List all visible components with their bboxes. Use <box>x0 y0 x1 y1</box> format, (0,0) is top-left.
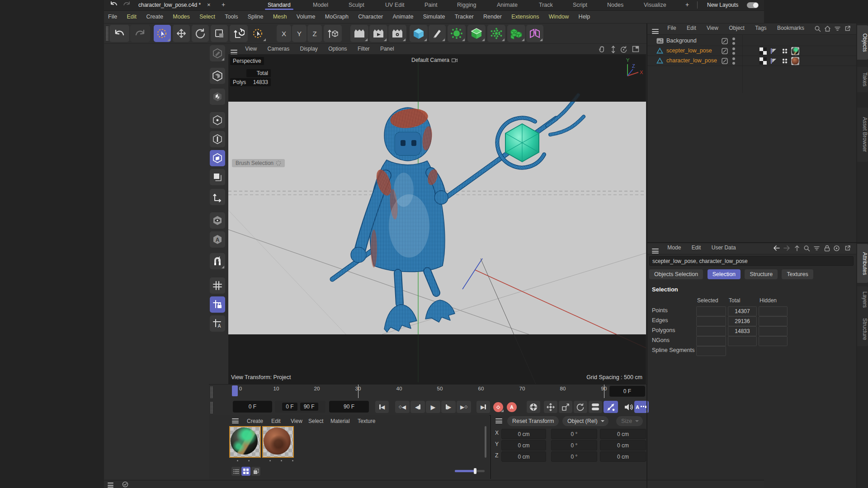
forward-arrow-icon[interactable] <box>783 245 790 253</box>
subdivision-surface-button[interactable] <box>467 25 486 42</box>
rotate-camera-icon[interactable] <box>620 46 627 55</box>
coordinate-hamburger-icon[interactable] <box>495 418 502 423</box>
grid-view-button[interactable] <box>241 467 250 476</box>
compact-view-button[interactable] <box>251 467 260 476</box>
points-mode-button[interactable] <box>210 112 225 128</box>
uv-mode-button[interactable] <box>210 169 225 185</box>
volume-builder-button[interactable] <box>507 25 525 42</box>
menu-modes[interactable]: Modes <box>169 11 194 20</box>
position-x-field[interactable]: 0 cm <box>501 429 546 439</box>
edges-mode-button[interactable] <box>210 131 225 147</box>
viewport-menu-filter[interactable]: Filter <box>353 44 374 52</box>
mat-menu-select[interactable]: Select <box>304 417 328 424</box>
render-picture-viewer-button[interactable] <box>369 25 387 42</box>
polygons-total-field[interactable]: 14833 <box>728 326 757 336</box>
tab-selection[interactable]: Selection <box>708 269 741 279</box>
edges-total-field[interactable]: 29136 <box>728 316 757 326</box>
scale-x-field[interactable]: 0 cm <box>600 429 646 439</box>
dolly-camera-icon[interactable] <box>610 46 617 55</box>
quantize-lock-button[interactable] <box>210 296 225 313</box>
back-arrow-icon[interactable] <box>773 245 780 253</box>
symmetry-button[interactable] <box>526 25 543 42</box>
close-tab-icon[interactable]: × <box>207 1 211 8</box>
attr-menu-mode[interactable]: Mode <box>663 243 685 251</box>
scale-tool[interactable] <box>211 25 228 42</box>
layout-tab-visualize[interactable]: Visualize <box>644 2 666 8</box>
record-position-button[interactable] <box>544 401 557 413</box>
layer-toggle-icon[interactable] <box>722 48 728 56</box>
tab-attributes[interactable]: Attributes <box>857 244 868 283</box>
workplane-grid-button[interactable] <box>210 277 225 294</box>
menu-mograph[interactable]: MoGraph <box>321 11 353 20</box>
rotation-y-field[interactable]: 0 ° <box>551 440 597 450</box>
redo-button[interactable] <box>130 25 150 42</box>
play-button[interactable]: ▶ <box>426 401 440 413</box>
thumbnail-size-slider[interactable] <box>455 470 485 472</box>
ngons-hidden-field[interactable] <box>759 336 788 346</box>
menu-mesh[interactable]: Mesh <box>269 11 291 20</box>
material-thumb-scepter[interactable] <box>229 426 261 458</box>
toggle-view-icon[interactable] <box>632 46 639 54</box>
keyframe-settings-button[interactable] <box>527 401 540 413</box>
rotation-x-field[interactable]: 0 ° <box>551 429 597 439</box>
om-menu-view[interactable]: View <box>702 23 723 31</box>
menu-render[interactable]: Render <box>479 11 506 20</box>
mat-menu-material[interactable]: Material <box>326 417 354 424</box>
record-keyframe-button[interactable]: ◇ <box>492 401 505 413</box>
ngons-selected-field[interactable] <box>696 336 726 346</box>
new-layouts-toggle[interactable] <box>747 2 759 8</box>
frame-readout-field[interactable]: 0 F <box>609 386 645 397</box>
rotation-z-field[interactable]: 0 ° <box>551 451 597 462</box>
menu-simulate[interactable]: Simulate <box>419 11 449 20</box>
layout-tab-track[interactable]: Track <box>539 2 553 8</box>
om-menu-bookmarks[interactable]: Bookmarks <box>773 23 809 31</box>
search-icon[interactable] <box>814 25 821 33</box>
horizontal-splitter-right[interactable] <box>647 242 868 243</box>
pan-camera-icon[interactable] <box>598 46 606 55</box>
polygon-selection-tag-icon[interactable] <box>781 57 788 66</box>
tab-objects[interactable]: Objects <box>857 25 868 60</box>
lock-x-axis-button[interactable]: X <box>277 25 291 42</box>
om-menu-object[interactable]: Object <box>724 23 749 31</box>
lock-z-axis-button[interactable]: Z <box>307 25 322 42</box>
polygons-hidden-field[interactable] <box>759 326 788 336</box>
material-hamburger-icon[interactable] <box>232 418 239 423</box>
reset-transform-button[interactable]: Reset Transform <box>507 416 559 426</box>
spline-pen-button[interactable] <box>429 25 446 42</box>
position-z-field[interactable]: 0 cm <box>501 451 546 462</box>
attr-menu-userdata[interactable]: User Data <box>707 243 741 251</box>
material-scrollbar[interactable] <box>485 426 486 458</box>
points-hidden-field[interactable] <box>759 306 788 316</box>
mograph-cloner-button[interactable] <box>448 25 466 42</box>
tab-asset-browser[interactable]: Asset Browser <box>857 108 868 162</box>
axis-coordinates-toggle[interactable] <box>324 25 342 42</box>
layer-toggle-icon[interactable] <box>722 58 728 66</box>
scale-z-field[interactable]: 0 cm <box>600 451 646 462</box>
display-tag-icon[interactable] <box>760 47 767 56</box>
jump-start-button[interactable]: ◀ <box>375 401 389 413</box>
next-key-button[interactable]: ▶◇ <box>457 401 471 413</box>
material-tag-scepter[interactable] <box>791 47 799 55</box>
generator-gear-button[interactable] <box>487 25 505 42</box>
om-menu-edit[interactable]: Edit <box>682 23 701 31</box>
home-icon[interactable] <box>824 25 831 33</box>
menu-character[interactable]: Character <box>354 11 387 20</box>
menu-edit[interactable]: Edit <box>123 11 141 20</box>
undo-button[interactable] <box>109 25 129 42</box>
workplane-auto-button[interactable]: A <box>210 315 225 332</box>
filter-icon[interactable] <box>813 245 820 253</box>
ngons-total-field[interactable] <box>728 336 757 346</box>
add-cube-primitive-button[interactable] <box>410 25 428 42</box>
selection-section-title[interactable]: Selection <box>652 286 678 293</box>
move-tool[interactable] <box>173 25 190 42</box>
timeline-grip2[interactable] <box>210 402 213 413</box>
tab-structure[interactable]: Structure <box>857 312 868 346</box>
object-row-character[interactable]: character_low_pose <box>647 56 856 66</box>
timeline-grip[interactable] <box>210 386 213 398</box>
edges-selected-field[interactable] <box>696 316 726 326</box>
model-mode-button[interactable] <box>210 68 225 84</box>
range-start[interactable]: 0 F <box>282 403 297 411</box>
om-menu-file[interactable]: File <box>663 23 680 31</box>
tab-textures[interactable]: Textures <box>782 269 813 279</box>
viewport-menu-options[interactable]: Options <box>324 44 351 52</box>
